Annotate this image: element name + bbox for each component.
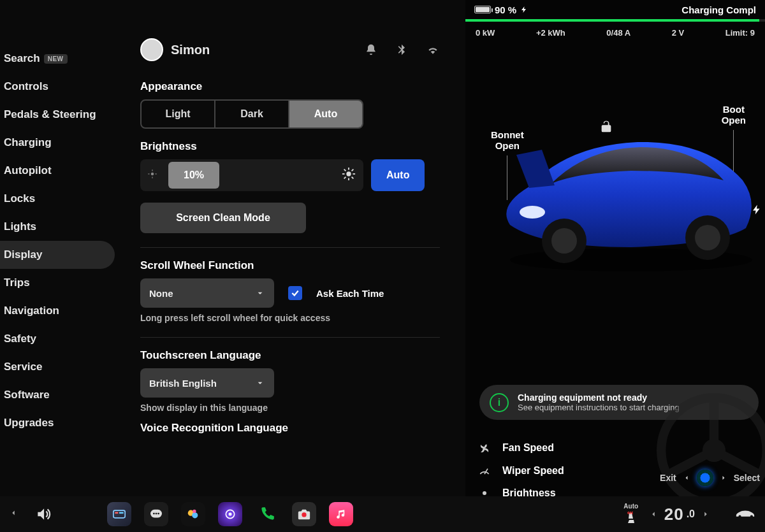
sidebar-item-trips[interactable]: Trips <box>0 269 115 297</box>
volume-button[interactable] <box>31 501 56 527</box>
appearance-title: Appearance <box>140 80 440 93</box>
cabin-temp-dec: .0 <box>687 508 695 520</box>
chat-icon <box>149 508 163 520</box>
bottom-dock: Auto 20.0 <box>0 496 765 532</box>
dock-app-camera[interactable] <box>292 502 316 526</box>
scroll-wheel-select[interactable]: None <box>140 278 274 308</box>
sidebar-item-label: Controls <box>4 80 48 92</box>
brightness-slider[interactable]: 10% <box>140 159 363 191</box>
svg-line-13 <box>352 177 354 179</box>
svg-point-18 <box>551 228 577 254</box>
dock-app-dashcam[interactable] <box>218 502 242 526</box>
chevron-down-icon <box>255 288 265 298</box>
wiper-icon <box>477 464 492 477</box>
stat-power: 0 kW <box>476 28 495 38</box>
appearance-option-auto[interactable]: Auto <box>289 101 362 127</box>
seat-auto-label: Auto <box>623 503 638 510</box>
sidebar-search-label: Search <box>4 52 40 65</box>
svg-rect-28 <box>119 512 124 514</box>
dock-car-button[interactable] <box>734 507 756 522</box>
svg-point-2 <box>151 173 154 176</box>
voice-lang-title: Voice Recognition Language <box>140 422 440 435</box>
seg-label: Light <box>165 108 190 120</box>
svg-point-34 <box>192 512 198 518</box>
select-label[interactable]: Select <box>734 473 760 483</box>
sidebar-item-lights[interactable]: Lights <box>0 213 115 241</box>
appearance-option-light[interactable]: Light <box>142 101 215 127</box>
sidebar-item-label: Trips <box>4 277 30 289</box>
wifi-icon[interactable] <box>426 43 440 56</box>
quick-setting-label: Fan Speed <box>502 442 554 454</box>
dock-app-phone[interactable] <box>255 502 279 526</box>
chevron-left-icon <box>683 474 690 482</box>
brightness-thumb[interactable]: 10% <box>168 162 219 189</box>
touch-lang-select[interactable]: British English <box>140 368 274 398</box>
svg-point-39 <box>738 515 741 518</box>
brightness-low-icon <box>147 168 158 182</box>
dock-app-messages[interactable] <box>144 502 168 526</box>
sidebar-item-safety[interactable]: Safety <box>0 325 115 353</box>
quick-setting-fan[interactable]: Fan Speed <box>465 436 765 459</box>
brightness-value: 10% <box>184 169 204 181</box>
seat-heater-button[interactable]: Auto <box>623 503 639 526</box>
sidebar-item-controls[interactable]: Controls <box>0 73 115 101</box>
svg-line-12 <box>344 169 346 171</box>
appearance-option-dark[interactable]: Dark <box>215 101 289 127</box>
dock-prev-button[interactable] <box>9 508 18 520</box>
screen-clean-label: Screen Clean Mode <box>176 212 270 224</box>
sidebar-item-label: Navigation <box>4 305 59 317</box>
sidebar-item-autopilot[interactable]: Autopilot <box>0 157 115 185</box>
ask-each-time-label: Ask Each Time <box>316 288 384 299</box>
sidebar-item-charging[interactable]: Charging <box>0 129 115 157</box>
sidebar-item-label: Safety <box>4 333 36 345</box>
stat-limit: Limit: 9 <box>725 28 755 38</box>
bluetooth-icon[interactable] <box>395 43 408 56</box>
sidebar-item-software[interactable]: Software <box>0 381 115 409</box>
divider <box>140 247 440 248</box>
charge-status-title: Charging Compl <box>681 4 756 15</box>
svg-rect-26 <box>113 510 125 518</box>
camera-icon <box>297 507 311 521</box>
sidebar-search[interactable]: Search NEW <box>0 45 115 73</box>
alert-line1: Charging equipment not ready <box>518 392 680 403</box>
sidebar-item-label: Autopilot <box>4 164 52 176</box>
svg-point-20 <box>695 225 720 250</box>
car-render <box>491 110 759 276</box>
dock-app-1[interactable] <box>107 502 131 526</box>
cabin-temp-int[interactable]: 20 <box>664 505 684 524</box>
bell-icon[interactable] <box>365 43 377 56</box>
sidebar-item-display[interactable]: Display <box>0 241 115 269</box>
brightness-high-icon <box>342 167 356 183</box>
fan-icon <box>477 442 492 454</box>
sidebar-item-locks[interactable]: Locks <box>0 185 115 213</box>
settings-main: Simon Appearance Light Dark Auto Brightn… <box>115 25 465 532</box>
scroll-wheel-hint: Long press left scroll wheel for quick a… <box>140 313 440 323</box>
sidebar-item-service[interactable]: Service <box>0 353 115 381</box>
profile-name[interactable]: Simon <box>171 43 210 57</box>
battery-indicator[interactable]: 90 % <box>474 4 528 15</box>
sidebar-item-navigation[interactable]: Navigation <box>0 297 115 325</box>
screen-clean-button[interactable]: Screen Clean Mode <box>140 203 306 233</box>
dock-app-toybox[interactable] <box>181 502 205 526</box>
car-visualization[interactable]: Bonnet Open Boot Open <box>465 40 765 532</box>
touch-lang-hint: Show display in this language <box>140 403 440 413</box>
exit-label[interactable]: Exit <box>660 473 676 483</box>
dock-app-music[interactable] <box>329 502 353 526</box>
badge-new: NEW <box>44 54 68 64</box>
temp-up-button[interactable] <box>701 510 710 519</box>
scrollwheel-exit-select: Exit Select <box>660 470 760 486</box>
sidebar-item-pedals-steering[interactable]: Pedals & Steering <box>0 101 115 129</box>
svg-line-14 <box>344 177 346 179</box>
temp-down-button[interactable] <box>649 510 658 519</box>
sidebar-item-label: Display <box>4 248 42 261</box>
quick-setting-label: Wiper Speed <box>502 465 564 477</box>
seg-label: Auto <box>314 108 337 120</box>
info-icon: i <box>490 393 509 412</box>
settings-panel: Search NEW Controls Pedals & Steering Ch… <box>0 0 465 532</box>
sidebar-item-upgrades[interactable]: Upgrades <box>0 409 115 437</box>
svg-point-31 <box>156 513 157 515</box>
profile-avatar-icon[interactable] <box>140 38 163 61</box>
ask-each-time-checkbox[interactable] <box>288 286 302 300</box>
brightness-auto-button[interactable]: Auto <box>371 159 425 191</box>
brightness-auto-label: Auto <box>386 169 409 181</box>
